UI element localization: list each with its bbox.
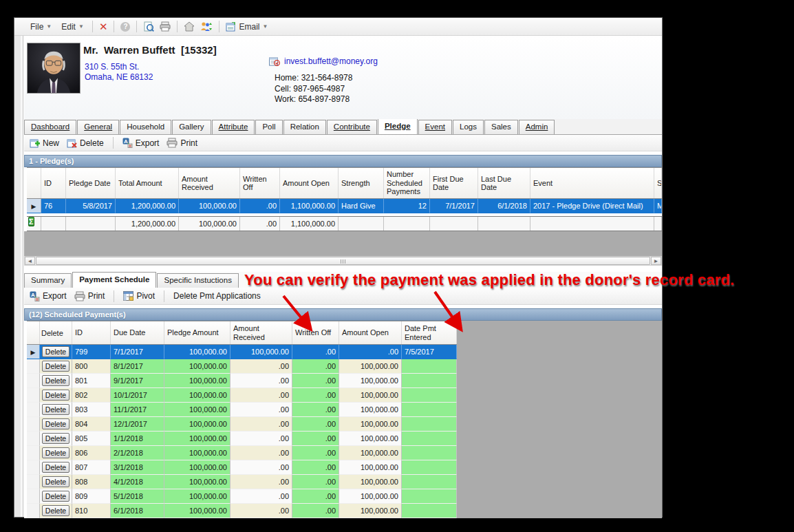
row-selector[interactable] [27, 403, 40, 417]
delete-pmt-applications-button[interactable]: Delete Pmt Applications [171, 290, 263, 302]
tab-contribute[interactable]: Contribute [327, 120, 377, 134]
delete-payment-button[interactable]: Delete [42, 346, 69, 357]
amount-open-cell[interactable]: 100,000.00 [339, 475, 402, 489]
pledge-amount-cell[interactable]: 100,000.00 [164, 489, 230, 504]
due-date-cell[interactable]: 4/1/2018 [111, 475, 164, 489]
tab-pledge[interactable]: Pledge [378, 118, 418, 134]
amount-open-cell[interactable]: 100,000.00 [339, 460, 402, 475]
scroll-left-arrow[interactable]: ◄ [25, 257, 35, 265]
pledge-col-header[interactable]: Written Off [240, 168, 280, 198]
payment-id-cell[interactable]: 802 [72, 388, 111, 403]
delete-payment-button[interactable]: Delete [42, 418, 69, 429]
pledge-amount-cell[interactable]: 100,000.00 [164, 403, 230, 417]
amount-received-cell[interactable]: .00 [230, 403, 292, 417]
row-selector[interactable] [27, 504, 40, 518]
pledge-col-header[interactable]: Last Due Date [478, 168, 530, 198]
horizontal-scrollbar[interactable]: ◄ ► [24, 256, 662, 266]
subtab-specific-instuctions[interactable]: Specific Instuctions [157, 273, 238, 288]
payment-id-cell[interactable]: 803 [72, 403, 111, 417]
delete-pledge-button[interactable]: Delete [65, 137, 106, 149]
date-pmt-entered-cell[interactable] [402, 359, 457, 374]
pledge-amount-cell[interactable]: 100,000.00 [164, 446, 230, 460]
row-selector[interactable]: ▶ [27, 345, 40, 359]
pledge-col-header[interactable]: Pledge Date [66, 168, 116, 198]
delete-payment-button[interactable]: Delete [42, 433, 69, 444]
written-off-cell[interactable]: .00 [292, 460, 339, 475]
payment-col-header[interactable]: Amount Open [339, 321, 402, 344]
tab-sales[interactable]: Sales [484, 120, 518, 134]
amount-received-cell[interactable]: 100,000.00 [230, 345, 292, 359]
delete-payment-button[interactable]: Delete [42, 505, 69, 516]
delete-payment-button[interactable]: Delete [42, 390, 69, 401]
payment-col-header[interactable]: Amount Received [230, 321, 292, 344]
clipped-cell[interactable]: M [654, 199, 662, 213]
amount-received-cell[interactable]: .00 [230, 460, 292, 475]
tab-general[interactable]: General [77, 120, 119, 134]
pledge-amount-cell[interactable]: 100,000.00 [164, 345, 230, 359]
export-pledges-button[interactable]: A Export [120, 136, 162, 149]
amount-received-cell[interactable]: .00 [230, 475, 292, 489]
date-pmt-entered-cell[interactable] [402, 504, 457, 518]
row-selector[interactable] [27, 460, 40, 475]
pledge-amount-cell[interactable]: 100,000.00 [164, 432, 230, 446]
payment-col-header[interactable]: Date Pmt Entered [402, 321, 457, 344]
delete-payment-button[interactable]: Delete [42, 491, 69, 502]
payment-id-cell[interactable]: 806 [72, 446, 111, 460]
pledge-id-cell[interactable]: 76 [41, 199, 66, 213]
row-selector[interactable] [27, 417, 40, 432]
written-off-cell[interactable]: .00 [292, 374, 339, 388]
payment-row[interactable]: Delete80311/1/2017100,000.00.00.00100,00… [27, 403, 457, 417]
delete-payment-button[interactable]: Delete [42, 476, 69, 487]
help-button[interactable]: ? [118, 21, 133, 33]
pledge-row[interactable]: ▶ 76 5/8/2017 1,200,000.00 100,000.00 .0… [27, 199, 662, 213]
delete-payment-button[interactable]: Delete [42, 462, 69, 473]
tab-gallery[interactable]: Gallery [172, 120, 211, 134]
date-pmt-entered-cell[interactable] [402, 417, 457, 432]
tab-admin[interactable]: Admin [519, 120, 555, 134]
amount-open-cell[interactable]: 100,000.00 [339, 359, 402, 374]
due-date-cell[interactable]: 5/1/2018 [111, 489, 164, 504]
scroll-right-arrow[interactable]: ► [651, 257, 661, 265]
amount-open-cell[interactable]: 100,000.00 [339, 388, 402, 403]
pivot-button[interactable]: Pivot [121, 290, 157, 302]
row-selector[interactable] [27, 432, 40, 446]
pledge-col-header[interactable]: Total Amount [116, 168, 179, 198]
amount-received-cell[interactable]: 100,000.00 [179, 199, 240, 213]
print-pledges-button[interactable]: Print [164, 136, 200, 149]
print-payments-button[interactable]: Print [72, 290, 107, 303]
pledge-amount-cell[interactable]: 100,000.00 [164, 374, 230, 388]
row-selector[interactable]: ▶ [27, 199, 41, 213]
delete-record-button[interactable]: ✕ [96, 21, 111, 32]
written-off-cell[interactable]: .00 [240, 199, 280, 213]
due-date-cell[interactable]: 1/1/2018 [111, 432, 164, 446]
payment-row[interactable]: Delete8095/1/2018100,000.00.00.00100,000… [27, 489, 457, 504]
payment-id-cell[interactable]: 801 [72, 374, 111, 388]
payment-col-header[interactable]: Pledge Amount [164, 321, 230, 344]
pledge-col-header[interactable]: Strength [339, 168, 384, 198]
written-off-cell[interactable]: .00 [292, 489, 339, 504]
due-date-cell[interactable]: 10/1/2017 [111, 388, 164, 403]
subtab-summary[interactable]: Summary [24, 273, 72, 288]
tab-event[interactable]: Event [418, 120, 452, 134]
payment-id-cell[interactable]: 808 [72, 475, 111, 489]
row-selector[interactable] [27, 446, 40, 460]
subtab-payment-schedule[interactable]: Payment Schedule [72, 272, 156, 288]
tab-dashboard[interactable]: Dashboard [24, 120, 76, 134]
row-selector[interactable] [27, 374, 40, 388]
payment-row[interactable]: Delete8062/1/2018100,000.00.00.00100,000… [27, 446, 457, 460]
row-selector[interactable] [27, 359, 40, 374]
amount-received-cell[interactable]: .00 [230, 446, 292, 460]
payment-id-cell[interactable]: 807 [72, 460, 111, 475]
pledge-col-header[interactable]: S [654, 168, 662, 198]
amount-received-cell[interactable]: .00 [230, 388, 292, 403]
row-selector[interactable] [27, 388, 40, 403]
print-record-button[interactable] [157, 20, 173, 33]
search-button[interactable] [140, 20, 157, 34]
num-scheduled-cell[interactable]: 12 [384, 199, 430, 213]
pledge-amount-cell[interactable]: 100,000.00 [164, 417, 230, 432]
tab-poll[interactable]: Poll [255, 120, 282, 134]
payment-id-cell[interactable]: 800 [72, 359, 111, 374]
amount-open-cell[interactable]: 100,000.00 [339, 504, 402, 518]
due-date-cell[interactable]: 2/1/2018 [111, 446, 164, 460]
written-off-cell[interactable]: .00 [292, 504, 339, 518]
